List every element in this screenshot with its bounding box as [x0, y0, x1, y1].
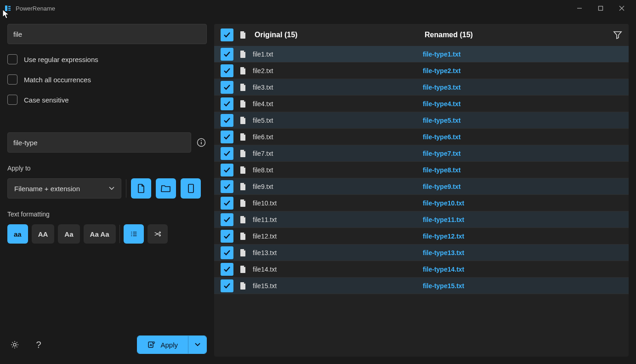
- row-checkbox[interactable]: [221, 230, 233, 243]
- row-checkbox[interactable]: [221, 263, 233, 276]
- file-icon: [240, 166, 246, 174]
- file-row[interactable]: file15.txt file-type15.txt: [214, 278, 629, 294]
- divider: [126, 179, 126, 198]
- file-row[interactable]: file4.txt file-type4.txt: [214, 96, 629, 112]
- select-all-checkbox[interactable]: [221, 28, 233, 41]
- original-name: file9.txt: [253, 183, 416, 190]
- file-icon: [240, 67, 246, 75]
- file-row[interactable]: file1.txt file-type1.txt: [214, 46, 629, 63]
- row-checkbox[interactable]: [221, 279, 233, 292]
- divider: [119, 225, 120, 243]
- case-sensitive-checkbox[interactable]: [7, 95, 17, 105]
- regex-label: Use regular expressions: [24, 56, 98, 63]
- include-subfolders-button[interactable]: [181, 178, 201, 199]
- row-checkbox[interactable]: [221, 180, 233, 193]
- original-name: file2.txt: [253, 67, 416, 74]
- file-icon: [240, 182, 246, 191]
- row-checkbox[interactable]: [221, 81, 233, 94]
- original-name: file11.txt: [253, 216, 416, 223]
- file-row[interactable]: file3.txt file-type3.txt: [214, 79, 629, 96]
- file-icon: [240, 83, 246, 91]
- row-checkbox[interactable]: [221, 48, 233, 61]
- chevron-down-icon: [109, 187, 114, 190]
- original-name: file5.txt: [253, 117, 416, 124]
- row-checkbox[interactable]: [221, 97, 233, 110]
- help-button[interactable]: ?: [31, 337, 46, 352]
- original-name: file12.txt: [253, 233, 416, 240]
- renamed-name: file-type14.txt: [423, 266, 464, 273]
- regex-checkbox[interactable]: [7, 54, 17, 64]
- file-icon: [240, 282, 246, 290]
- lowercase-button[interactable]: aa: [7, 224, 28, 244]
- close-button[interactable]: [611, 1, 632, 16]
- row-checkbox[interactable]: [221, 164, 233, 176]
- row-checkbox[interactable]: [221, 131, 233, 143]
- maximize-button[interactable]: [590, 1, 611, 16]
- apply-button[interactable]: A Apply: [137, 336, 188, 353]
- info-icon[interactable]: [196, 137, 207, 148]
- file-row[interactable]: file9.txt file-type9.txt: [214, 178, 629, 195]
- match-all-checkbox[interactable]: [7, 74, 17, 85]
- renamed-name: file-type4.txt: [423, 100, 460, 108]
- original-name: file7.txt: [253, 150, 416, 157]
- file-row[interactable]: file6.txt file-type6.txt: [214, 129, 629, 145]
- capitalize-each-button[interactable]: Aa Aa: [84, 224, 116, 244]
- file-row[interactable]: file12.txt file-type12.txt: [214, 228, 629, 245]
- file-row[interactable]: file10.txt file-type10.txt: [214, 195, 629, 211]
- replace-input[interactable]: [7, 132, 191, 153]
- svg-rect-8: [188, 184, 193, 193]
- renamed-name: file-type7.txt: [423, 150, 460, 157]
- settings-button[interactable]: [7, 337, 22, 352]
- file-row[interactable]: file5.txt file-type5.txt: [214, 112, 629, 129]
- enumerate-button[interactable]: [124, 224, 144, 244]
- apply-to-dropdown[interactable]: Filename + extension: [7, 178, 121, 199]
- svg-text:A: A: [150, 343, 153, 347]
- row-checkbox[interactable]: [221, 197, 233, 210]
- svg-point-6: [201, 140, 202, 141]
- text-formatting-label: Text formatting: [7, 210, 207, 218]
- file-row[interactable]: file2.txt file-type2.txt: [214, 63, 629, 79]
- uppercase-button[interactable]: AA: [32, 224, 55, 244]
- original-name: file14.txt: [253, 266, 416, 273]
- file-icon: [240, 216, 246, 224]
- file-icon: [240, 31, 248, 39]
- list-header: Original (15) Renamed (15): [214, 24, 629, 46]
- window-title: PowerRename: [16, 5, 569, 12]
- file-icon: [240, 199, 246, 207]
- original-name: file4.txt: [253, 100, 416, 108]
- original-name: file8.txt: [253, 166, 416, 174]
- chevron-down-icon: [195, 343, 200, 347]
- row-checkbox[interactable]: [221, 246, 233, 259]
- renamed-name: file-type13.txt: [423, 249, 464, 256]
- renamed-name: file-type1.txt: [423, 51, 460, 58]
- renamed-name: file-type9.txt: [423, 183, 460, 190]
- file-row[interactable]: file11.txt file-type11.txt: [214, 211, 629, 228]
- file-icon: [240, 50, 246, 58]
- original-name: file13.txt: [253, 249, 416, 256]
- row-checkbox[interactable]: [221, 64, 233, 77]
- filter-icon[interactable]: [613, 31, 622, 39]
- row-checkbox[interactable]: [221, 213, 233, 226]
- row-checkbox[interactable]: [221, 147, 233, 160]
- include-folders-button[interactable]: [156, 178, 176, 199]
- original-name: file3.txt: [253, 84, 416, 91]
- apply-icon: A: [148, 341, 156, 349]
- randomize-button[interactable]: [148, 224, 168, 244]
- original-name: file6.txt: [253, 133, 416, 141]
- apply-dropdown-button[interactable]: [188, 336, 206, 353]
- renamed-name: file-type2.txt: [423, 67, 460, 74]
- titlecase-button[interactable]: Aa: [58, 224, 80, 244]
- file-row[interactable]: file13.txt file-type13.txt: [214, 245, 629, 261]
- search-input[interactable]: [7, 24, 207, 44]
- renamed-name: file-type12.txt: [423, 233, 464, 240]
- file-row[interactable]: file8.txt file-type8.txt: [214, 162, 629, 178]
- file-row[interactable]: file14.txt file-type14.txt: [214, 261, 629, 278]
- row-checkbox[interactable]: [221, 114, 233, 127]
- include-files-button[interactable]: [131, 178, 151, 199]
- original-header: Original (15): [255, 31, 418, 39]
- apply-to-label: Apply to: [7, 165, 207, 172]
- file-row[interactable]: file7.txt file-type7.txt: [214, 145, 629, 162]
- renamed-name: file-type10.txt: [423, 199, 464, 207]
- minimize-button[interactable]: [569, 1, 590, 16]
- apply-label: Apply: [160, 341, 178, 349]
